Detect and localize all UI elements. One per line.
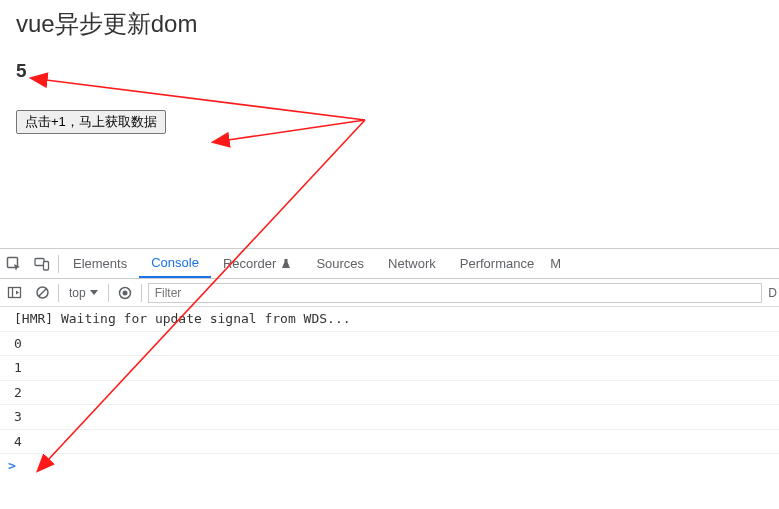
devtools-panel: Elements Console Recorder Sources Networ…: [0, 248, 779, 509]
inspect-icon[interactable]: [0, 250, 28, 278]
tab-elements[interactable]: Elements: [61, 249, 139, 278]
flask-icon: [280, 258, 292, 270]
console-log: [HMR] Waiting for update signal from WDS…: [0, 307, 779, 477]
separator: [141, 284, 142, 302]
separator: [58, 255, 59, 273]
console-prompt: >: [8, 458, 16, 473]
tab-recorder[interactable]: Recorder: [211, 249, 304, 278]
increment-button[interactable]: 点击+1，马上获取数据: [16, 110, 166, 134]
tab-recorder-label: Recorder: [223, 256, 276, 271]
page-title: vue异步更新dom: [16, 8, 763, 40]
app-page: vue异步更新dom 5 点击+1，马上获取数据: [0, 0, 779, 142]
device-toggle-icon[interactable]: [28, 250, 56, 278]
context-label: top: [69, 286, 86, 300]
tab-more[interactable]: M: [546, 249, 565, 278]
tab-performance[interactable]: Performance: [448, 249, 546, 278]
separator: [58, 284, 59, 302]
log-line: 4: [0, 430, 779, 455]
console-prompt-row[interactable]: >: [0, 454, 779, 477]
svg-rect-1: [35, 258, 44, 265]
chevron-down-icon: [90, 290, 98, 295]
count-value: 5: [16, 60, 763, 82]
svg-point-9: [122, 290, 127, 295]
tab-console[interactable]: Console: [139, 249, 211, 278]
svg-line-7: [38, 289, 46, 297]
tab-network[interactable]: Network: [376, 249, 448, 278]
sidebar-toggle-icon[interactable]: [0, 279, 28, 307]
log-line: 3: [0, 405, 779, 430]
live-expression-icon[interactable]: [111, 279, 139, 307]
log-line: 0: [0, 332, 779, 357]
log-line: 1: [0, 356, 779, 381]
tab-sources[interactable]: Sources: [304, 249, 376, 278]
log-line: 2: [0, 381, 779, 406]
default-levels-partial[interactable]: D: [768, 286, 779, 300]
console-toolbar: top D: [0, 279, 779, 307]
separator: [108, 284, 109, 302]
svg-rect-2: [44, 261, 49, 270]
svg-marker-5: [16, 291, 19, 295]
clear-console-icon[interactable]: [28, 279, 56, 307]
log-line: [HMR] Waiting for update signal from WDS…: [0, 307, 779, 332]
context-selector[interactable]: top: [61, 286, 106, 300]
filter-input[interactable]: [148, 283, 763, 303]
devtools-tabs: Elements Console Recorder Sources Networ…: [0, 249, 779, 279]
